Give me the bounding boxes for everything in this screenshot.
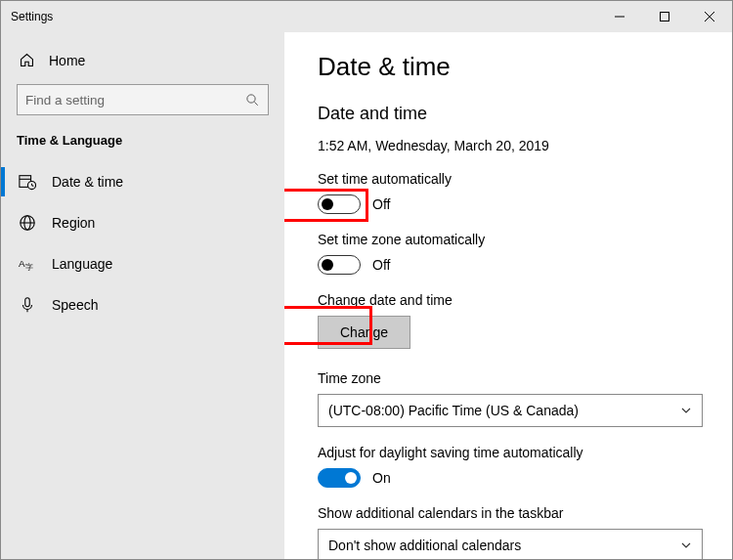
globe-icon (19, 214, 36, 232)
sidebar-item-label: Speech (52, 297, 98, 313)
svg-text:A: A (19, 258, 25, 269)
timezone-dropdown[interactable]: (UTC-08:00) Pacific Time (US & Canada) (318, 394, 703, 427)
dst-state: On (372, 470, 391, 486)
chevron-down-icon (680, 405, 692, 416)
settings-window: Settings Home (0, 0, 733, 560)
sidebar-item-region[interactable]: Region (1, 202, 284, 243)
change-button[interactable]: Change (318, 316, 410, 349)
nav-home[interactable]: Home (1, 42, 284, 78)
set-time-auto-toggle[interactable] (318, 194, 361, 214)
set-tz-auto-label: Set time zone automatically (318, 232, 703, 247)
sidebar-item-label: Date & time (52, 174, 123, 190)
search-input[interactable] (25, 93, 245, 108)
home-icon (19, 52, 35, 68)
annotation-arrow (284, 198, 302, 345)
sidebar-section-title: Time & Language (1, 127, 284, 161)
svg-rect-16 (25, 298, 30, 307)
sidebar-item-speech[interactable]: Speech (1, 284, 284, 325)
svg-line-5 (254, 102, 257, 105)
additional-calendars-value: Don't show additional calendars (328, 538, 521, 553)
set-time-auto-state: Off (372, 196, 390, 212)
dst-label: Adjust for daylight saving time automati… (318, 445, 703, 460)
svg-text:字: 字 (25, 263, 33, 272)
set-tz-auto-state: Off (372, 257, 390, 273)
main-content: Date & time Date and time 1:52 AM, Wedne… (284, 32, 732, 559)
calendar-clock-icon (19, 173, 36, 191)
close-button[interactable] (687, 1, 732, 32)
set-time-auto-label: Set time automatically (318, 171, 703, 187)
svg-point-4 (247, 94, 255, 102)
search-icon (245, 93, 260, 108)
window-controls (597, 1, 732, 32)
date-time-heading: Date and time (318, 104, 703, 124)
microphone-icon (19, 296, 36, 314)
chevron-down-icon (680, 539, 692, 551)
timezone-label: Time zone (318, 370, 703, 386)
set-tz-auto-toggle[interactable] (318, 255, 361, 275)
nav-home-label: Home (49, 53, 85, 68)
additional-calendars-label: Show additional calendars in the taskbar (318, 505, 703, 521)
window-title: Settings (11, 10, 53, 23)
sidebar-item-language[interactable]: A字 Language (1, 243, 284, 284)
sidebar-item-label: Region (52, 215, 95, 231)
dst-toggle[interactable] (318, 468, 361, 488)
sidebar: Home Time & Language Date & time (1, 32, 284, 559)
titlebar: Settings (1, 1, 732, 32)
minimize-button[interactable] (597, 1, 642, 32)
page-title: Date & time (318, 52, 703, 82)
maximize-button[interactable] (642, 1, 687, 32)
change-datetime-label: Change date and time (318, 292, 703, 308)
search-box[interactable] (17, 84, 269, 115)
svg-rect-1 (661, 13, 669, 22)
language-icon: A字 (19, 255, 36, 273)
sidebar-item-label: Language (52, 256, 112, 272)
current-datetime: 1:52 AM, Wednesday, March 20, 2019 (318, 138, 703, 153)
timezone-value: (UTC-08:00) Pacific Time (US & Canada) (328, 403, 579, 418)
additional-calendars-dropdown[interactable]: Don't show additional calendars (318, 529, 703, 559)
sidebar-item-date-time[interactable]: Date & time (1, 161, 284, 202)
